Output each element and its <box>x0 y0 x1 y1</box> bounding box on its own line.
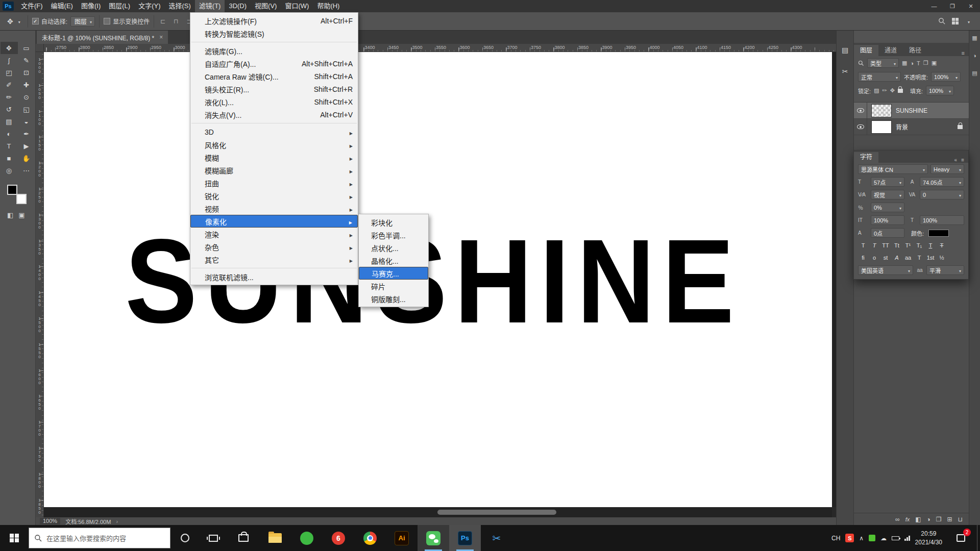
layer-row-sunshine[interactable]: SUNSHINE <box>854 103 969 119</box>
grid-panel-icon[interactable]: ▤ <box>842 46 848 54</box>
layer-name[interactable]: 背景 <box>896 122 908 131</box>
submenu-item-pointillize[interactable]: 点状化... <box>359 241 428 254</box>
layer-filter-type-dropdown[interactable]: 类型 <box>867 58 899 68</box>
document-canvas[interactable]: SUNSHINE <box>44 52 832 507</box>
quick-selection-tool[interactable]: ✎ <box>18 54 35 66</box>
menu-item-liquify[interactable]: 液化(L)...Shift+Ctrl+X <box>190 95 358 108</box>
filter-pixel-layers-icon[interactable]: ▦ <box>902 60 907 66</box>
submenu-item-mosaic[interactable]: 马赛克... <box>359 267 428 280</box>
layer-row-background[interactable]: 背景 <box>854 119 969 135</box>
menu-item-other[interactable]: 其它 <box>190 253 358 266</box>
visibility-cell[interactable] <box>854 103 867 118</box>
add-mask-icon[interactable]: ◧ <box>915 516 921 523</box>
small-caps-button[interactable]: Tt <box>892 241 902 250</box>
submenu-item-fragment[interactable]: 碎片 <box>359 280 428 292</box>
taskbar-file-explorer[interactable] <box>259 525 291 551</box>
path-selection-tool[interactable]: ▶ <box>18 140 35 152</box>
quick-mask-icon[interactable]: ◧ <box>7 211 13 219</box>
blur-tool[interactable]: ◒ <box>18 115 35 128</box>
type-tool[interactable]: T <box>1 140 18 152</box>
kerning-dropdown[interactable]: 视觉 <box>871 190 904 199</box>
hand-tool[interactable]: ✋ <box>18 152 35 164</box>
taskbar-clip-app[interactable]: ✂ <box>481 525 512 551</box>
faux-bold-button[interactable]: T <box>858 241 868 250</box>
align-icon[interactable]: ⊓ <box>172 18 180 25</box>
minimize-button[interactable]: — <box>925 0 943 12</box>
horizontal-scrollbar[interactable] <box>44 507 832 517</box>
cortana-button[interactable] <box>170 525 199 551</box>
new-group-icon[interactable]: ❐ <box>936 516 942 523</box>
submenu-item-color-halftone[interactable]: 彩色半调... <box>359 229 428 241</box>
menu-item-filter-gallery[interactable]: 滤镜库(G)... <box>190 44 358 57</box>
crop-tool[interactable]: ◰ <box>1 66 18 79</box>
wechat-tray-icon[interactable] <box>869 535 875 541</box>
close-tab-icon[interactable]: × <box>159 34 163 41</box>
filter-shape-layers-icon[interactable]: ❐ <box>923 60 928 66</box>
subscript-button[interactable]: T₁ <box>914 241 924 250</box>
horizontal-scale-field[interactable]: 100% <box>920 215 964 225</box>
menu-item-vanishing-point[interactable]: 消失点(V)...Alt+Ctrl+V <box>190 108 358 121</box>
taskbar-illustrator[interactable]: Ai <box>386 525 418 551</box>
discretionary-ligatures-button[interactable]: st <box>880 253 891 262</box>
collapse-panel-icon[interactable]: « <box>954 157 958 163</box>
close-button[interactable]: ✕ <box>962 0 980 12</box>
collapsed-panel-icon[interactable]: ◑ <box>973 53 976 59</box>
network-icon[interactable] <box>904 535 910 541</box>
zoom-level-field[interactable]: 100% <box>40 518 60 524</box>
opacity-dropdown[interactable]: 100% <box>931 72 961 82</box>
language-dropdown[interactable]: 美国英语 <box>858 265 913 275</box>
leading-dropdown[interactable]: 74.05点 <box>920 177 964 187</box>
auto-select-target-dropdown[interactable]: 图层 <box>70 16 95 27</box>
delete-layer-icon[interactable]: ⊔ <box>958 516 963 523</box>
vertical-scrollbar[interactable] <box>832 52 836 507</box>
menu-filter[interactable]: 滤镜(T) <box>195 0 225 12</box>
menu-item-distort[interactable]: 扭曲 <box>190 177 358 189</box>
lock-all-icon[interactable] <box>898 89 903 93</box>
document-tab[interactable]: 未标题-1 @ 100% (SUNSHINE, RGB/8) * × <box>37 31 168 44</box>
menu-view[interactable]: 视图(V) <box>251 0 281 12</box>
ligatures-button[interactable]: fi <box>858 253 868 262</box>
marquee-tool[interactable]: ▭ <box>18 42 35 54</box>
scrollbar-thumb[interactable] <box>437 510 556 515</box>
proportional-spacing-dropdown[interactable]: 0% <box>871 203 904 212</box>
filter-type-layers-icon[interactable]: T <box>917 60 920 66</box>
collapsed-panel-icon[interactable]: ▤ <box>972 70 977 77</box>
healing-brush-tool[interactable]: ✚ <box>18 79 35 91</box>
workspace-chevron-icon[interactable] <box>968 18 970 25</box>
shape-tool[interactable]: ■ <box>1 152 18 164</box>
taskbar-clock[interactable]: 20:59 2021/4/30 <box>915 530 942 546</box>
menu-item-convert-smart-filter[interactable]: 转换为智能滤镜(S) <box>190 27 358 40</box>
clone-stamp-tool[interactable]: ⊙ <box>18 91 35 103</box>
hidden-icons-chevron[interactable]: ∧ <box>859 535 864 542</box>
scissors-panel-icon[interactable]: ✂ <box>842 67 848 76</box>
vertical-scale-field[interactable]: 100% <box>871 215 904 225</box>
eye-icon[interactable] <box>857 124 864 129</box>
all-caps-button[interactable]: TT <box>880 241 891 250</box>
titling-alternates-button[interactable]: T <box>914 253 924 262</box>
layer-effects-icon[interactable]: fx <box>905 516 910 522</box>
show-transform-checkbox[interactable] <box>104 18 110 24</box>
move-tool[interactable]: ✥ <box>1 42 18 54</box>
eyedropper-tool[interactable]: ✐ <box>1 79 18 91</box>
menu-item-blur[interactable]: 模糊 <box>190 151 358 164</box>
layer-thumbnail[interactable] <box>871 104 892 117</box>
tab-character[interactable]: 字符 <box>854 152 878 163</box>
faux-italic-button[interactable]: T <box>869 241 879 250</box>
status-chevron-icon[interactable]: › <box>116 518 118 524</box>
menu-item-adaptive-wide-angle[interactable]: 自适应广角(A)...Alt+Shift+Ctrl+A <box>190 57 358 70</box>
menu-layer[interactable]: 图层(L) <box>105 0 134 12</box>
align-icon[interactable]: ⊏ <box>158 18 167 25</box>
menu-edit[interactable]: 编辑(E) <box>47 0 77 12</box>
underline-button[interactable]: T <box>925 241 936 250</box>
zoom-tool[interactable]: ◎ <box>1 164 18 177</box>
stylistic-alternates-button[interactable]: aa <box>903 253 913 262</box>
menu-item-noise[interactable]: 杂色 <box>190 240 358 253</box>
history-brush-tool[interactable]: ↺ <box>1 103 18 115</box>
fractions-button[interactable]: ½ <box>937 253 947 262</box>
taskbar-green-app[interactable] <box>291 525 323 551</box>
tracking-dropdown[interactable]: 0 <box>920 190 964 199</box>
task-view-button[interactable] <box>199 525 228 551</box>
panel-menu-icon[interactable]: ≡ <box>958 50 969 56</box>
taskbar-search-input[interactable]: 在这里输入你要搜索的内容 <box>29 528 170 548</box>
anti-alias-dropdown[interactable]: 平滑 <box>926 265 964 275</box>
